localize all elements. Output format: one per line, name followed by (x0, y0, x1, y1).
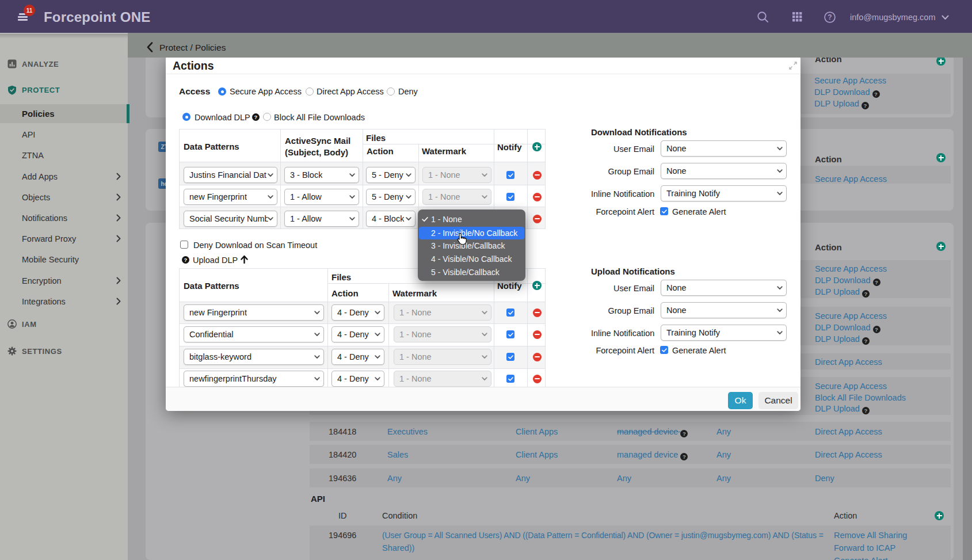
svg-text:?: ? (828, 13, 832, 21)
